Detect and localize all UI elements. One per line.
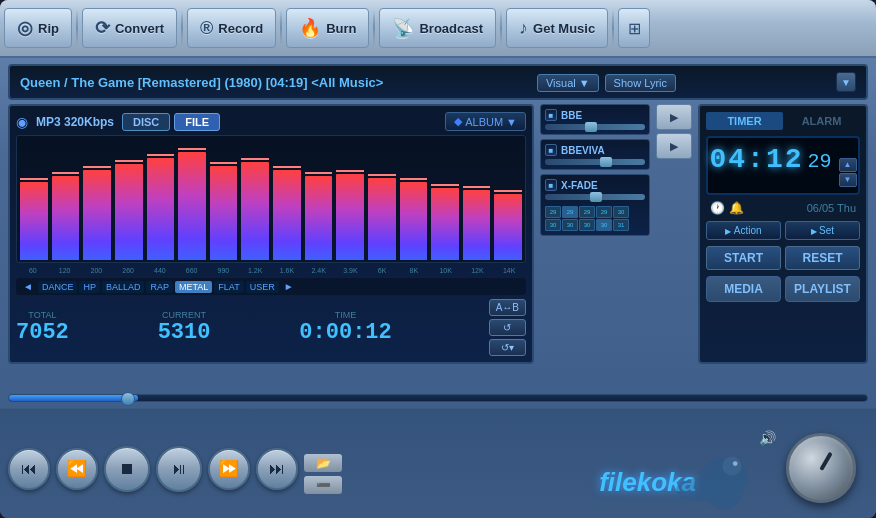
eq-bar-fill-1 bbox=[52, 176, 80, 260]
visual-dropdown[interactable]: Visual ▼ bbox=[537, 74, 599, 92]
tab-alarm[interactable]: ALARM bbox=[783, 112, 860, 130]
close-file-button[interactable]: ➖ bbox=[304, 476, 342, 494]
xfade-cell[interactable]: 29 bbox=[562, 206, 578, 218]
preset-hp[interactable]: HP bbox=[79, 281, 100, 293]
play-pause-button[interactable]: ⏯ bbox=[156, 446, 202, 492]
preset-right-arrow[interactable]: ► bbox=[281, 280, 297, 293]
preset-flat[interactable]: FLAT bbox=[214, 281, 243, 293]
progress-track[interactable] bbox=[8, 394, 868, 402]
eq-bar-1[interactable] bbox=[51, 140, 81, 260]
xfade-cell[interactable]: 30 bbox=[579, 219, 595, 231]
eq-bar-10[interactable] bbox=[335, 140, 365, 260]
eq-freq-label-1: 120 bbox=[50, 267, 80, 274]
set-button[interactable]: Set bbox=[785, 221, 860, 240]
fast-forward-button[interactable]: ⏩ bbox=[208, 448, 250, 490]
xfade-cell[interactable]: 30 bbox=[613, 206, 629, 218]
eq-bar-13[interactable] bbox=[430, 140, 460, 260]
xfade-cell[interactable]: 30 bbox=[562, 219, 578, 231]
bbe-viva-row: ■ BBEVIVA bbox=[545, 144, 645, 156]
bbe-viva-slider[interactable] bbox=[545, 159, 645, 165]
bbe-viva-checkbox[interactable]: ■ bbox=[545, 144, 557, 156]
eq-bar-8[interactable] bbox=[272, 140, 302, 260]
eq-bar-3[interactable] bbox=[114, 140, 144, 260]
fast-forward-icon: ⏩ bbox=[219, 459, 239, 478]
stop-button[interactable]: ⏹ bbox=[104, 446, 150, 492]
burn-button[interactable]: 🔥 Burn bbox=[286, 8, 369, 48]
eq-bar-15[interactable] bbox=[493, 140, 523, 260]
preset-left-arrow[interactable]: ◄ bbox=[20, 280, 36, 293]
eq-freq-label-9: 2.4K bbox=[304, 267, 334, 274]
action-set-row: Action Set bbox=[706, 221, 860, 240]
preset-rap[interactable]: RAP bbox=[146, 281, 173, 293]
action-button[interactable]: Action bbox=[706, 221, 781, 240]
ab-button[interactable]: A↔B bbox=[489, 299, 526, 316]
eq-bar-9[interactable] bbox=[304, 140, 334, 260]
eq-freq-label-0: 60 bbox=[18, 267, 48, 274]
eq-bar-4[interactable] bbox=[146, 140, 176, 260]
eq-bar-5[interactable] bbox=[177, 140, 207, 260]
reset-button[interactable]: RESET bbox=[785, 246, 860, 270]
preset-dance[interactable]: DANCE bbox=[38, 281, 78, 293]
eq-bar-14[interactable] bbox=[462, 140, 492, 260]
eq-bar-11[interactable] bbox=[367, 140, 397, 260]
album-dropdown[interactable]: ◆ ALBUM ▼ bbox=[445, 112, 526, 131]
open-file-button[interactable]: 📂 bbox=[304, 454, 342, 472]
broadcast-button[interactable]: 📡 Broadcast bbox=[379, 8, 496, 48]
show-lyric-button[interactable]: Show Lyric bbox=[605, 74, 676, 92]
eq-peak-marker-2 bbox=[83, 166, 111, 168]
xfade-cell[interactable]: 29 bbox=[596, 206, 612, 218]
repeat-b-button[interactable]: ↺▾ bbox=[489, 339, 526, 356]
progress-thumb[interactable] bbox=[121, 392, 135, 406]
timer-increment-button[interactable]: ▲ bbox=[839, 158, 857, 172]
xfade-cell[interactable]: 29 bbox=[579, 206, 595, 218]
xfade-checkbox[interactable]: ■ bbox=[545, 179, 557, 191]
prev-track-button[interactable]: ⏮ bbox=[8, 448, 50, 490]
volume-knob[interactable] bbox=[786, 433, 856, 503]
record-button[interactable]: ® Record bbox=[187, 8, 276, 48]
get-music-button[interactable]: ♪ Get Music bbox=[506, 8, 608, 48]
next-track-button[interactable]: ⏭ bbox=[256, 448, 298, 490]
rip-button[interactable]: ◎ Rip bbox=[4, 8, 72, 48]
start-button[interactable]: START bbox=[706, 246, 781, 270]
clock-icon[interactable]: 🕐 bbox=[710, 201, 725, 215]
xfade-slider[interactable] bbox=[545, 194, 645, 200]
media-button[interactable]: MEDIA bbox=[706, 276, 781, 302]
eq-bar-7[interactable] bbox=[240, 140, 270, 260]
playlist-button[interactable]: PLAYLIST bbox=[785, 276, 860, 302]
tab-timer[interactable]: TIMER bbox=[706, 112, 783, 130]
rewind-button[interactable]: ⏪ bbox=[56, 448, 98, 490]
eq-freq-label-14: 12K bbox=[463, 267, 493, 274]
bbe-slider[interactable] bbox=[545, 124, 645, 130]
disc-button[interactable]: DISC bbox=[122, 113, 170, 131]
file-button[interactable]: FILE bbox=[174, 113, 220, 131]
volume-icon[interactable]: 🔊 bbox=[759, 430, 776, 446]
xfade-cell[interactable]: 31 bbox=[613, 219, 629, 231]
preset-ballad[interactable]: BALLAD bbox=[102, 281, 145, 293]
side-up-button[interactable]: ▶ bbox=[656, 104, 692, 130]
options-button[interactable]: ⊞ bbox=[618, 8, 650, 48]
toolbar-separator-5 bbox=[500, 10, 502, 46]
eq-bar-12[interactable] bbox=[399, 140, 429, 260]
eq-bar-0[interactable] bbox=[19, 140, 49, 260]
bbe-checkbox[interactable]: ■ bbox=[545, 109, 557, 121]
eq-bar-6[interactable] bbox=[209, 140, 239, 260]
bbe-group: ■ BBE bbox=[540, 104, 650, 135]
xfade-cell[interactable]: 30 bbox=[545, 219, 561, 231]
eq-bar-fill-5 bbox=[178, 152, 206, 260]
timer-date-row: 🕐 🔔 06/05 Thu bbox=[706, 201, 860, 215]
eq-bar-fill-6 bbox=[210, 166, 238, 260]
convert-button[interactable]: ⟳ Convert bbox=[82, 8, 177, 48]
eq-peak-marker-12 bbox=[400, 178, 428, 180]
bell-icon[interactable]: 🔔 bbox=[729, 201, 744, 215]
preset-user[interactable]: USER bbox=[246, 281, 279, 293]
side-down-button[interactable]: ▶ bbox=[656, 133, 692, 159]
xfade-cell[interactable]: 30 bbox=[596, 219, 612, 231]
eq-bar-2[interactable] bbox=[82, 140, 112, 260]
xfade-cell[interactable]: 29 bbox=[545, 206, 561, 218]
panel-header: ◉ MP3 320Kbps DISC FILE ◆ ALBUM ▼ bbox=[16, 112, 526, 131]
repeat-a-button[interactable]: ↺ bbox=[489, 319, 526, 336]
xfade-col-2: 29 30 bbox=[562, 206, 578, 231]
preset-metal[interactable]: METAL bbox=[175, 281, 212, 293]
track-dropdown-button[interactable]: ▼ bbox=[836, 72, 856, 92]
timer-decrement-button[interactable]: ▼ bbox=[839, 173, 857, 187]
